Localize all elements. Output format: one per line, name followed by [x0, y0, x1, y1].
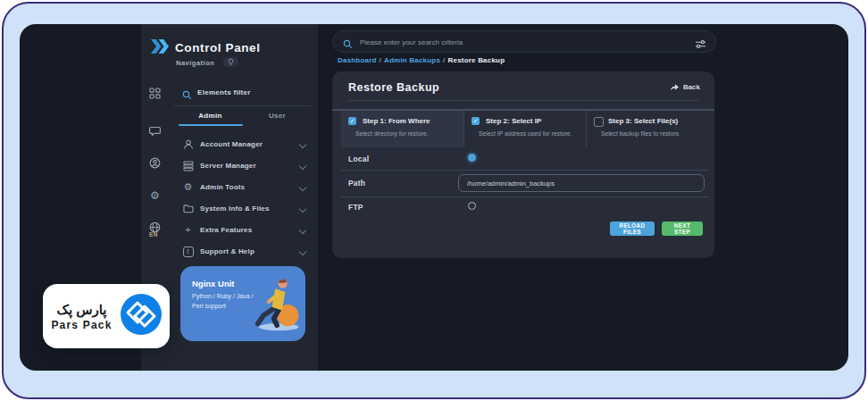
parspack-logo-icon	[121, 294, 162, 338]
parspack-latin-label: Pars Pack	[51, 319, 112, 331]
divider	[341, 170, 709, 171]
app-subtitle: Navigation	[176, 59, 214, 67]
sidebar-item-server-manager[interactable]: Server Manager	[177, 157, 311, 177]
sidebar-item-extra-features[interactable]: + Extra Features	[177, 221, 311, 241]
folder-icon	[182, 203, 194, 214]
next-step-button[interactable]: NEXT STEP	[662, 221, 703, 236]
back-button[interactable]: Back	[670, 83, 700, 91]
promo-subtitle: Python / Ruby / Java / Perl support	[192, 292, 260, 312]
pin-toggle[interactable]	[223, 57, 238, 67]
ftp-label: FTP	[348, 203, 363, 212]
divider	[174, 105, 311, 106]
parspack-farsi-label: پارس پک	[51, 302, 112, 318]
chat-icon[interactable]	[148, 124, 162, 138]
double-chevron-icon	[150, 39, 170, 54]
reload-files-button[interactable]: RELOAD FILES	[610, 221, 655, 236]
chevron-down-icon	[299, 163, 306, 170]
tab-user[interactable]: User	[244, 112, 311, 120]
filter-sliders-icon[interactable]	[695, 37, 706, 53]
step-2-cell[interactable]: ✓ Step 2: Select IP Select IP address us…	[463, 111, 587, 147]
server-icon	[182, 160, 194, 171]
search-input[interactable]	[358, 33, 656, 51]
ftp-radio[interactable]	[468, 202, 476, 210]
plus-icon: +	[182, 224, 194, 236]
restore-backup-card: Restore Backup Back ✓ Step 1: From Where…	[332, 71, 714, 258]
chevron-down-icon	[299, 227, 306, 234]
sidebar-item-support-help[interactable]: ! Support & Help	[177, 243, 311, 263]
gear-icon[interactable]: ⚙	[148, 188, 162, 202]
chevron-down-icon	[299, 248, 306, 255]
tab-admin[interactable]: Admin	[177, 112, 244, 120]
search-icon	[343, 37, 353, 53]
global-search-bar	[332, 30, 716, 53]
local-radio[interactable]	[468, 154, 476, 162]
breadcrumb-admin-backups[interactable]: Admin Backups	[384, 56, 440, 64]
step-1-checkbox[interactable]: ✓	[348, 117, 356, 125]
sidebar-item-system-info-files[interactable]: System Info & Files	[177, 200, 311, 220]
language-label[interactable]: EN	[149, 231, 158, 238]
breadcrumb-current: Restore Backup	[448, 56, 505, 64]
parspack-brand-text: پارس پک Pars Pack	[51, 302, 112, 331]
divider	[341, 196, 709, 197]
app-title: Control Panel	[175, 41, 261, 54]
active-tab-underline	[179, 124, 243, 126]
path-label: Path	[348, 179, 365, 188]
breadcrumb-separator: /	[380, 56, 381, 64]
step-1-cell[interactable]: ✓ Step 1: From Where Select directory fo…	[341, 111, 463, 147]
pin-icon	[228, 58, 234, 66]
promo-title: Nginx Unit	[192, 279, 235, 288]
divider	[348, 100, 698, 101]
search-icon	[182, 88, 192, 104]
chevron-down-icon	[299, 184, 306, 191]
sidebar-item-admin-tools[interactable]: ⚙ Admin Tools	[177, 179, 311, 198]
back-arrow-icon	[670, 83, 680, 91]
screenshot-root: Control Panel Navigation ⚙ EN	[0, 0, 868, 401]
user-circle-icon[interactable]	[148, 156, 162, 170]
step-2-checkbox[interactable]: ✓	[472, 117, 480, 125]
nginx-illustration	[254, 273, 304, 338]
user-icon	[182, 138, 194, 150]
local-label: Local	[348, 155, 369, 163]
chevron-down-icon	[299, 205, 306, 213]
breadcrumb-separator: /	[443, 56, 445, 64]
tools-icon: ⚙	[182, 181, 194, 193]
path-input[interactable]	[458, 174, 705, 192]
chevron-down-icon	[299, 141, 306, 148]
directadmin-logo-icon[interactable]	[150, 39, 170, 57]
apps-grid-icon[interactable]	[148, 87, 162, 100]
breadcrumb-dashboard[interactable]: Dashboard	[338, 56, 377, 64]
help-icon: !	[182, 246, 194, 257]
sidebar-item-account-manager[interactable]: Account Manager	[177, 136, 311, 155]
elements-filter-input[interactable]: Elements filter	[197, 88, 251, 96]
breadcrumb: Dashboard/Admin Backups/Restore Backup	[338, 56, 505, 64]
step-3-checkbox[interactable]	[594, 117, 604, 127]
parspack-watermark: پارس پک Pars Pack	[43, 284, 170, 348]
page-title: Restore Backup	[348, 81, 439, 94]
step-3-cell[interactable]: Step 3: Select File(s) Select backup fil…	[586, 111, 710, 147]
nginx-unit-promo-card[interactable]: Nginx Unit Python / Ruby / Java / Perl s…	[180, 266, 305, 341]
